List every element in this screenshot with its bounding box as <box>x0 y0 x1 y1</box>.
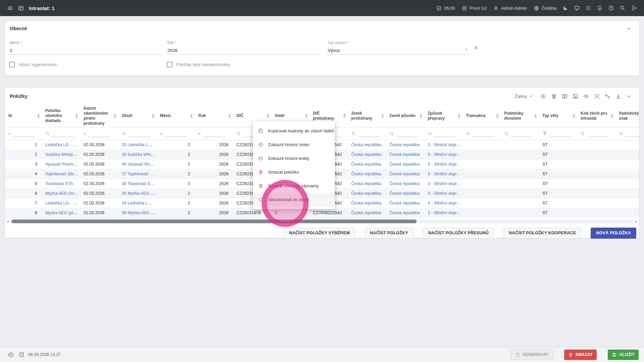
display-icon[interactable] <box>572 3 582 13</box>
context-menu-item[interactable]: Zobrazit historii entity <box>253 152 335 165</box>
sum-icon[interactable]: Σ <box>534 113 537 118</box>
new-item-button[interactable]: NOVÁ POLOŽKA <box>591 228 636 239</box>
column-header-month[interactable]: MěsícΣ <box>157 105 195 127</box>
entity-selector[interactable]: První UJ <box>459 0 489 16</box>
clear-report-type-icon[interactable] <box>471 42 481 53</box>
cell-link[interactable]: 3 - Silniční dopr… <box>428 181 461 186</box>
sum-icon[interactable]: Σ <box>267 113 269 118</box>
report-type-input[interactable] <box>328 48 448 53</box>
cell-link[interactable]: 3 - Silniční dopr… <box>428 201 461 205</box>
sum-icon[interactable]: Σ <box>496 113 499 118</box>
filter-input-row_type[interactable] <box>549 130 571 137</box>
group-by-select[interactable]: Žádný <box>515 94 534 99</box>
export-icon[interactable] <box>16 349 27 360</box>
column-header-row_type[interactable]: Typ větyΣ <box>539 105 577 127</box>
cell-link[interactable]: Česká republika <box>389 142 420 147</box>
image-icon[interactable] <box>570 91 581 102</box>
cell-link[interactable]: Česká republika <box>351 162 381 167</box>
cell-link[interactable]: 3 - Silniční dopr… <box>428 210 461 215</box>
scrollbar-thumb[interactable] <box>11 220 417 223</box>
equals-operator-icon[interactable]: = <box>160 131 163 136</box>
dark-mode-icon[interactable] <box>560 3 571 13</box>
cell-link[interactable]: 3 - Silniční dopr… <box>428 191 461 196</box>
cell-link[interactable]: Česká republika <box>389 152 420 157</box>
cell-link[interactable]: Vysavač Roomb… <box>45 162 80 167</box>
sum-icon[interactable]: Σ <box>458 113 461 118</box>
filter-funnel-icon[interactable] <box>542 131 547 136</box>
cell-link[interactable]: 3 - Silniční dopr… <box>428 162 461 167</box>
cell-link[interactable]: Česká republika <box>351 172 381 176</box>
sum-icon[interactable]: Σ <box>305 113 308 118</box>
user-menu[interactable]: Admin Admin <box>490 0 530 16</box>
load-items-button[interactable]: NAČÍST POLOŽKY VÝBĚREM <box>284 228 355 239</box>
filter-input-goods[interactable] <box>128 130 150 137</box>
cell-link[interactable]: Sušička Whirlpo… <box>45 152 79 157</box>
scroll-left-icon[interactable]: ◂ <box>6 219 10 224</box>
settings-gear-icon[interactable] <box>538 91 548 102</box>
scrollbar-track[interactable] <box>10 220 634 223</box>
cell-link[interactable]: 36 Myčka AEG (… <box>122 210 156 215</box>
swap-columns-icon[interactable] <box>602 91 613 102</box>
filter-input-date[interactable] <box>88 130 110 137</box>
equals-operator-icon[interactable]: = <box>84 131 86 136</box>
cell-link[interactable]: 3 - Silniční dopr… <box>428 152 461 157</box>
sum-icon[interactable]: Σ <box>190 113 193 118</box>
checkbox-box[interactable] <box>167 62 172 67</box>
visibility-icon[interactable] <box>581 91 591 102</box>
filter-input-delivery_terms[interactable] <box>511 130 533 137</box>
column-header-delivery_terms[interactable]: Podmínky doručeníΣ <box>501 105 539 127</box>
language-selector[interactable]: Čeština <box>531 0 559 16</box>
load-items-button[interactable]: NAČÍST POLOŽKY KOOPERACE <box>503 228 581 239</box>
column-header-transaction[interactable]: TransakceΣ <box>463 105 501 127</box>
checkbox-items-imported[interactable]: Položky byly naimportovány <box>167 62 230 67</box>
load-items-button[interactable]: NAČÍST POLOŽKY <box>365 228 414 239</box>
cell-link[interactable]: Česká republika <box>389 181 420 186</box>
report-type-field[interactable]: Typ výkazu * <box>327 41 469 55</box>
column-header-goods[interactable]: ZbožíΣ <box>118 105 157 127</box>
search-icon[interactable] <box>351 131 356 136</box>
month-input[interactable] <box>10 48 140 53</box>
cell-link[interactable]: 3 - Silniční dopr… <box>428 142 461 147</box>
filter-input-transaction[interactable] <box>472 130 494 137</box>
column-header-intrastat_code[interactable]: Kód zboží pro IntrastatΣ <box>577 105 615 127</box>
search-icon[interactable] <box>428 131 432 136</box>
sum-icon[interactable]: Σ <box>573 113 575 118</box>
collapse-items-icon[interactable] <box>624 91 634 102</box>
logout-icon[interactable] <box>629 3 639 13</box>
columns-icon[interactable] <box>559 91 570 102</box>
table-icon[interactable] <box>15 3 26 13</box>
collapse-general-icon[interactable] <box>624 23 634 34</box>
checkbox-report-generated[interactable]: Výkaz vygenerován <box>9 62 167 67</box>
column-header-partner_country[interactable]: Země protistranyΣ <box>348 105 386 127</box>
search-icon[interactable] <box>466 131 471 136</box>
cell-link[interactable]: Česká republika <box>351 210 381 215</box>
column-header-item[interactable]: Položka účetního dokladuΣ <box>42 105 80 127</box>
context-menu-item[interactable]: Smazat všechny záznamy <box>253 179 335 193</box>
filter-input-origin_country[interactable] <box>396 130 418 137</box>
search-icon[interactable] <box>504 131 509 136</box>
menu-icon[interactable] <box>5 3 15 13</box>
cell-link[interactable]: Česká republika <box>351 152 381 157</box>
search-icon[interactable] <box>617 3 628 13</box>
context-menu-item[interactable]: Zobrazit historii změn <box>253 138 335 152</box>
cell-link[interactable]: Lednička LG - U… <box>45 142 80 147</box>
search-icon[interactable] <box>619 131 624 136</box>
sum-icon[interactable]: Σ <box>611 113 613 118</box>
cell-link[interactable]: Topinkovač Silv… <box>45 172 78 176</box>
cell-link[interactable]: Lednička LG - E… <box>45 201 79 205</box>
apps-icon[interactable] <box>583 3 594 13</box>
sum-icon[interactable]: Σ <box>381 113 384 118</box>
cell-link[interactable]: 37 Topinkovač … <box>122 172 154 176</box>
search-icon[interactable] <box>236 131 241 136</box>
cell-link[interactable]: Česká republika <box>389 210 420 215</box>
delete-rows-icon[interactable] <box>548 91 559 102</box>
context-menu-item[interactable]: Kopírovat hodnoty do všech řádků <box>253 124 335 138</box>
cell-link[interactable]: 34 Lednička LG … <box>122 201 157 205</box>
column-header-origin_country[interactable]: Země původuΣ <box>386 105 424 127</box>
history-icon[interactable] <box>5 349 16 360</box>
horizontal-scrollbar[interactable]: ◂ ▸ <box>6 219 638 224</box>
search-icon[interactable] <box>389 131 394 136</box>
frame-icon[interactable] <box>591 91 602 102</box>
cell-link[interactable]: Toastovač ETA <box>45 181 73 186</box>
cell-link[interactable]: Česká republika <box>389 172 420 176</box>
